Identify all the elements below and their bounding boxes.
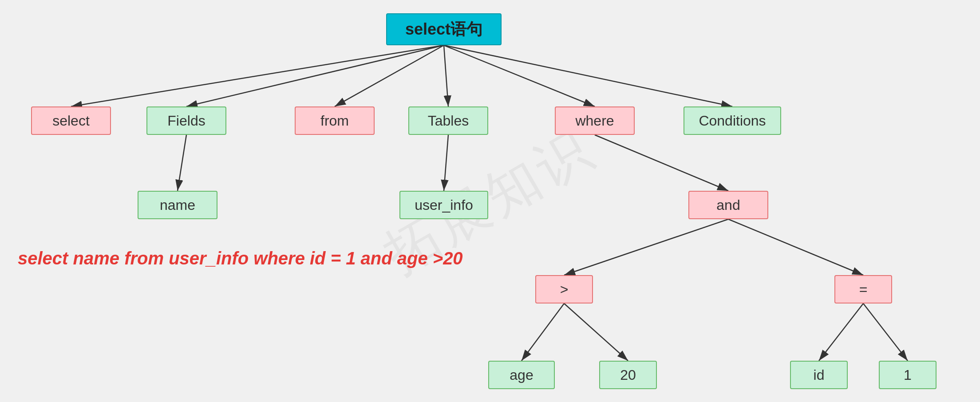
node-one-label: 1	[904, 367, 912, 383]
node-gt-label: >	[560, 281, 569, 298]
svg-line-4	[444, 45, 448, 106]
node-id: id	[790, 361, 848, 389]
node-where: where	[555, 106, 635, 135]
node-id-label: id	[814, 367, 825, 383]
svg-line-11	[728, 219, 863, 275]
node-fields-label: Fields	[167, 113, 205, 129]
node-eq: =	[834, 275, 892, 303]
sql-statement: select name from user_info where id = 1 …	[18, 248, 463, 268]
svg-line-2	[186, 45, 444, 106]
node-name-label: name	[160, 197, 195, 213]
node-eq-label: =	[859, 281, 868, 298]
node-gt: >	[535, 275, 593, 303]
svg-line-7	[178, 135, 186, 191]
node-age-label: age	[510, 367, 533, 383]
svg-line-13	[564, 303, 628, 361]
node-fields: Fields	[146, 106, 226, 135]
node-one: 1	[879, 361, 937, 389]
node-root: select语句	[386, 13, 502, 45]
node-tables: Tables	[408, 106, 488, 135]
sql-text: select name from user_info where id = 1 …	[18, 248, 463, 268]
node-and-label: and	[716, 197, 740, 213]
svg-line-6	[444, 45, 732, 106]
node-conditions-label: Conditions	[699, 113, 766, 129]
svg-line-15	[863, 303, 908, 361]
node-user-info: user_info	[399, 191, 488, 219]
svg-line-5	[444, 45, 595, 106]
svg-line-10	[564, 219, 728, 275]
node-twenty: 20	[599, 361, 657, 389]
node-twenty-label: 20	[620, 367, 636, 383]
node-name: name	[138, 191, 217, 219]
node-from: from	[295, 106, 375, 135]
node-root-label: select语句	[405, 19, 482, 40]
node-conditions: Conditions	[684, 106, 781, 135]
svg-line-9	[595, 135, 728, 191]
svg-line-12	[522, 303, 564, 361]
canvas: 拓展知识	[0, 0, 980, 402]
svg-line-8	[444, 135, 448, 191]
node-select-label: select	[52, 113, 90, 129]
node-from-label: from	[320, 113, 349, 129]
svg-line-3	[335, 45, 444, 106]
node-and: and	[688, 191, 768, 219]
svg-line-14	[819, 303, 863, 361]
node-age: age	[488, 361, 555, 389]
node-tables-label: Tables	[428, 113, 469, 129]
svg-line-1	[71, 45, 444, 106]
node-select: select	[31, 106, 111, 135]
node-where-label: where	[575, 113, 614, 129]
node-user-info-label: user_info	[415, 197, 473, 213]
